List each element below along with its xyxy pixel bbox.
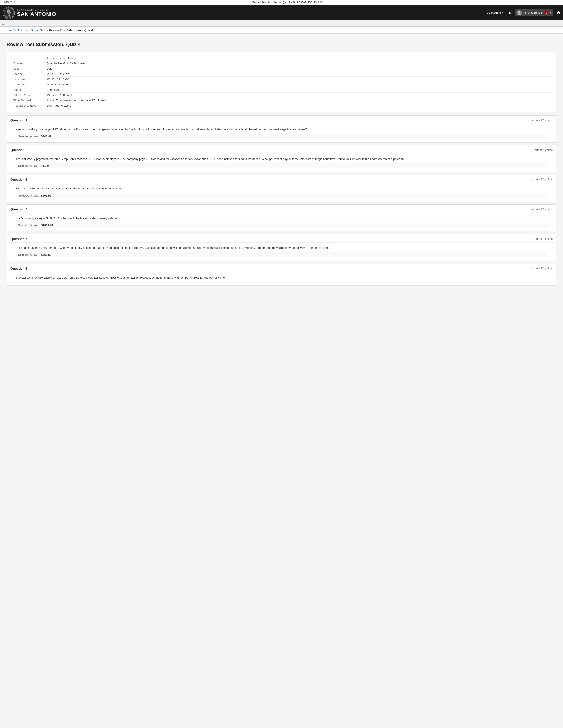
questions-container: Question 1 4 out of 4 points Penny is pa… (7, 115, 556, 286)
info-row-attempt-score: Attempt Score 100 out of 100 points (11, 93, 552, 98)
test-label: Test (11, 66, 44, 71)
svg-point-11 (518, 11, 520, 13)
selected-answer-value: $505.95 (40, 194, 51, 197)
question-points: 4 out of 4 points (532, 237, 553, 240)
time-elapsed-value: 1 hour, 7 minutes out of 1 hour and 15 m… (44, 98, 552, 103)
refresh-nav-icon[interactable]: ✓ (4, 22, 7, 25)
info-row-started: Started 9/15/18 10:45 PM (11, 71, 552, 77)
selected-answer: Selected Answer: $505.95 (16, 193, 547, 198)
top-navigation-bar: TEXAS A&M UNIVERSITY SAN ANTONIO My Inst… (0, 5, 563, 20)
browser-meta-bar: 9/15/2018 Review Test Submission: Quiz 4… (0, 0, 563, 5)
question-title: Question 6 (10, 267, 28, 270)
due-date-label: Due Date (11, 82, 44, 87)
dropdown-arrow-icon[interactable]: ▼ (549, 12, 552, 14)
question-header: Question 5 4 out of 4 points (7, 234, 556, 243)
user-label: User (11, 56, 44, 61)
university-line2: SAN ANTONIO (17, 11, 56, 17)
course-label: Course (11, 61, 44, 66)
submitted-label: Submitted (11, 77, 44, 82)
notification-count-badge[interactable]: 1 (544, 11, 548, 15)
question-title: Question 3 (10, 178, 28, 181)
university-line1: TEXAS A&M UNIVERSITY (17, 9, 56, 11)
info-row-submitted: Submitted 9/15/18 11:52 PM (11, 77, 552, 82)
results-displayed-value: Submitted Answers (44, 103, 552, 108)
question-block: Question 6 4 out of 4 points The last se… (7, 264, 556, 286)
breadcrumb-exams-link[interactable]: Exams & Quizzes (4, 28, 27, 32)
question-header: Question 1 4 out of 4 points (7, 116, 556, 124)
submitted-value: 9/15/18 11:52 PM (44, 77, 552, 82)
course-value: Quantitative Mthd for Business (44, 61, 552, 66)
question-header: Question 6 4 out of 4 points (7, 264, 556, 272)
results-displayed-label: Results Displayed (11, 103, 44, 108)
university-name-text: TEXAS A&M UNIVERSITY SAN ANTONIO (17, 9, 56, 17)
breadcrumb-sep1: › (28, 28, 29, 32)
user-badge[interactable]: Terrence Hendrix 1 ▼ (515, 9, 553, 16)
status-value: Completed (44, 87, 552, 93)
question-body: The last weekly payroll of Available Tem… (7, 154, 556, 172)
top-right-area: My Institution ▲ Terrence Hendrix 1 ▼ ⏻ (486, 9, 560, 16)
question-title: Question 1 (10, 118, 28, 122)
user-avatar (517, 10, 522, 15)
selected-answer: Selected Answer: $440.49 (16, 134, 547, 139)
due-date-value: 9/17/18 11:59 PM (44, 82, 552, 87)
page-title: Review Test Submission: Quiz 4 (7, 38, 556, 52)
question-block: Question 2 4 out of 4 points The last we… (7, 145, 556, 172)
question-text: Walt's monthly salary is $6,962.50. What… (16, 216, 547, 221)
status-label: Status (11, 87, 44, 93)
attempt-score-value: 100 out of 100 points (44, 93, 552, 98)
svg-point-8 (8, 16, 9, 17)
info-row-course: Course Quantitative Mthd for Business (11, 61, 552, 66)
power-button-icon[interactable]: ⏻ (557, 11, 560, 15)
browser-page-title: Review Test Submission: Quiz 4 – BUAD330… (252, 1, 323, 4)
question-header: Question 4 4 out of 4 points (7, 205, 556, 213)
question-block: Question 4 4 out of 4 points Walt's mont… (7, 204, 556, 232)
question-title: Question 2 (10, 148, 28, 152)
question-text: The last weekly payroll of Available Tem… (16, 157, 547, 161)
svg-rect-6 (8, 9, 9, 11)
info-row-due-date: Due Date 9/17/18 11:59 PM (11, 82, 552, 87)
submission-info-table: User Terrence Keefe Hendrix Course Quant… (11, 56, 552, 108)
question-points: 4 out of 4 points (532, 178, 553, 181)
question-points: 4 out of 4 points (532, 119, 553, 122)
university-logo-icon (3, 7, 15, 19)
svg-rect-4 (7, 10, 8, 12)
selected-answer: Selected Answer: 16.7% (16, 163, 547, 168)
selected-answer-label: Selected Answer: (18, 253, 40, 256)
browser-date: 9/15/2018 (4, 1, 15, 4)
user-value: Terrence Keefe Hendrix (44, 56, 552, 61)
question-header: Question 2 4 out of 4 points (7, 145, 556, 154)
question-body: Find the markup on a computer system tha… (7, 183, 556, 202)
question-text: Penny is paid a gross wage of $2,648 on … (16, 127, 547, 132)
test-value: Quiz 4 (44, 66, 552, 71)
info-row-user: User Terrence Keefe Hendrix (11, 56, 552, 61)
home-nav-icon[interactable]: ⌂ (2, 22, 4, 25)
started-label: Started (11, 71, 44, 77)
selected-answer: Selected Answer: $1606.73 (16, 223, 547, 228)
question-body: Rai's base pay rate is $9 per hour, with… (7, 243, 556, 261)
info-row-status: Status Completed (11, 87, 552, 93)
logo-area: TEXAS A&M UNIVERSITY SAN ANTONIO (3, 7, 56, 19)
selected-answer-value: $440.49 (40, 135, 51, 138)
selected-answer-value: 16.7% (40, 164, 49, 167)
my-institution-link[interactable]: My Institution (486, 11, 503, 15)
question-block: Question 5 4 out of 4 points Rai's base … (7, 234, 556, 261)
question-points: 4 out of 4 points (532, 148, 553, 152)
question-block: Question 3 4 out of 4 points Find the ma… (7, 175, 556, 202)
question-points: 4 out of 4 points (532, 267, 553, 270)
question-title: Question 5 (10, 237, 28, 241)
selected-answer-value: $463.50 (40, 253, 51, 256)
selected-answer-label: Selected Answer: (18, 223, 40, 227)
question-body: The last semimonthly payroll of Availabl… (7, 272, 556, 286)
nav-up-arrow-icon[interactable]: ▲ (508, 11, 512, 15)
user-name-label: Terrence Hendrix (523, 11, 543, 14)
info-row-time-elapsed: Time Elapsed 1 hour, 7 minutes out of 1 … (11, 98, 552, 103)
breadcrumb-online-quiz-link[interactable]: Online Quiz (31, 28, 46, 32)
info-row-test: Test Quiz 4 (11, 66, 552, 71)
question-text: Find the markup on a computer system tha… (16, 186, 547, 191)
time-elapsed-label: Time Elapsed (11, 98, 44, 103)
info-row-results-displayed: Results Displayed Submitted Answers (11, 103, 552, 108)
svg-rect-5 (9, 10, 10, 12)
question-text: The last semimonthly payroll of Availabl… (16, 275, 547, 280)
question-header: Question 3 4 out of 4 points (7, 175, 556, 183)
svg-point-12 (517, 13, 521, 15)
